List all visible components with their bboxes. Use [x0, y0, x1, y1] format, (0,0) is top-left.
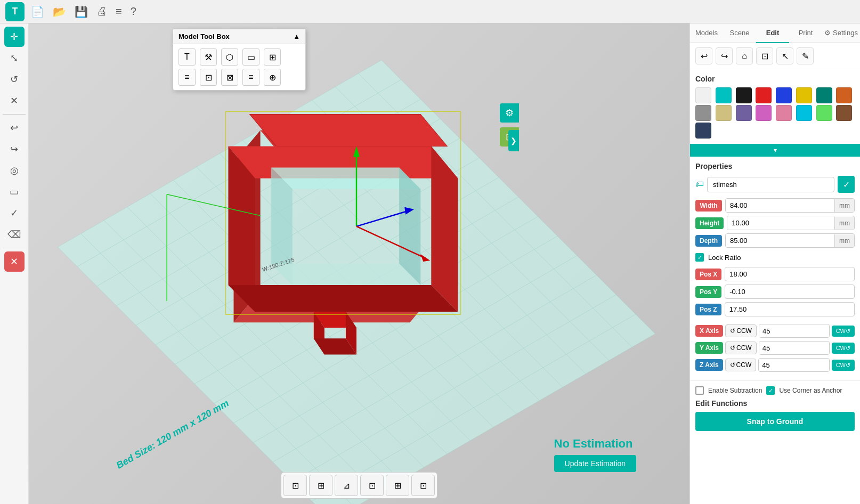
pos-x-row: Pos X 18.00 — [695, 267, 855, 281]
color-swatch-black[interactable] — [736, 87, 752, 103]
render-mode-button[interactable]: ⚙ — [500, 103, 519, 123]
stlmesh-input[interactable] — [707, 177, 834, 192]
z-rot-input[interactable]: 45 — [759, 359, 829, 371]
pos-z-input[interactable]: 17.50 — [725, 302, 855, 316]
enable-subtraction-checkbox[interactable] — [695, 386, 704, 395]
width-input[interactable]: 84.00 — [726, 199, 834, 212]
menu-icon[interactable]: ≡ — [113, 4, 124, 19]
x-ccw-icon: ↺ — [730, 327, 735, 335]
color-swatch-purple[interactable] — [736, 105, 752, 121]
open-file-icon[interactable]: 📂 — [51, 4, 68, 19]
x-cw-button[interactable]: CW↺ — [832, 326, 855, 337]
save-file-icon[interactable]: 💾 — [72, 4, 90, 19]
depth-input[interactable]: 85.00 — [726, 234, 834, 247]
color-swatch-gray[interactable] — [695, 105, 711, 121]
height-input[interactable]: 10.00 — [727, 216, 834, 230]
viewport-btn-5[interactable]: ⊞ — [386, 475, 409, 496]
panel-copy-button[interactable]: ⊡ — [756, 47, 773, 64]
stlmesh-row: 🏷 ✓ — [695, 176, 855, 193]
color-swatch-white[interactable] — [695, 87, 711, 103]
depth-label: Depth — [695, 235, 722, 247]
color-swatch-dark-blue[interactable] — [695, 123, 711, 139]
update-estimation-button[interactable]: Update Estimation — [554, 455, 636, 472]
tab-scene[interactable]: Scene — [723, 23, 756, 43]
pos-x-label: Pos X — [695, 269, 721, 280]
tag-icon: 🏷 — [695, 180, 704, 189]
z-ccw-button[interactable]: ↺ CCW — [725, 359, 757, 371]
color-swatch-light-pink[interactable] — [776, 105, 792, 121]
tab-edit[interactable]: Edit — [756, 23, 789, 43]
color-swatch-red[interactable] — [756, 87, 772, 103]
delete-button[interactable]: ✕ — [4, 251, 25, 272]
pos-y-input[interactable]: -0.10 — [725, 284, 855, 299]
y-cw-button[interactable]: CW↺ — [832, 343, 855, 354]
redo-button[interactable]: ↪ — [4, 139, 25, 159]
panel-edit-button[interactable]: ✎ — [797, 47, 814, 64]
checkmark-button[interactable]: ✓ — [4, 203, 25, 223]
z-axis-label: Z Axis — [695, 359, 723, 371]
panel-toolbar: ↩ ↪ ⌂ ⊡ ↖ ✎ — [690, 43, 860, 69]
height-row: Height 10.00 mm — [695, 216, 855, 230]
tab-settings[interactable]: ⚙ Settings — [822, 23, 860, 43]
box-button[interactable]: ▭ — [4, 182, 25, 202]
color-swatch-cyan[interactable] — [796, 105, 812, 121]
y-rot-input[interactable]: 45 — [759, 342, 830, 354]
panel-select-button[interactable]: ↖ — [776, 47, 793, 64]
viewport-btn-3[interactable]: ⊿ — [335, 475, 358, 496]
estimation-area: No Estimation Update Estimation — [554, 437, 636, 472]
z-cw-button[interactable]: CW↺ — [832, 360, 855, 371]
panel-redo-button[interactable]: ↪ — [716, 47, 733, 64]
viewport[interactable]: Model Tool Box ▲ T ⚒ ⬡ ▭ ⊞ ≡ ⊡ ⊠ ≡ ⊕ — [29, 23, 689, 504]
panel-tabs: Models Scene Edit Print ⚙ Settings — [690, 23, 860, 43]
width-unit: mm — [834, 199, 854, 212]
color-swatch-teal[interactable] — [716, 87, 732, 103]
tab-models[interactable]: Models — [690, 23, 723, 43]
left-toolbar: ✛ ⤡ ↺ ✕ ↩ ↪ ◎ ▭ ✓ ⌫ ✕ — [0, 23, 29, 504]
snap-to-ground-button[interactable]: Snap to Ground — [695, 412, 855, 431]
target-button[interactable]: ◎ — [4, 160, 25, 181]
y-ccw-button[interactable]: ↺ CCW — [725, 342, 757, 354]
color-swatch-dark-teal[interactable] — [816, 87, 832, 103]
color-grid — [690, 87, 860, 144]
width-label: Width — [695, 200, 722, 212]
color-swatch-blue[interactable] — [776, 87, 792, 103]
svg-marker-30 — [250, 114, 448, 146]
help-icon[interactable]: ? — [128, 4, 139, 19]
color-swatch-tan[interactable] — [716, 105, 732, 121]
new-file-icon[interactable]: 📄 — [29, 4, 46, 19]
use-corner-checkbox[interactable] — [766, 386, 775, 395]
y-axis-label: Y Axis — [695, 342, 723, 354]
depth-unit: mm — [834, 234, 854, 247]
svg-marker-38 — [228, 285, 458, 312]
x-ccw-button[interactable]: ↺ CCW — [725, 324, 757, 337]
print-icon[interactable]: 🖨 — [94, 4, 109, 19]
viewport-btn-2[interactable]: ⊞ — [309, 475, 332, 496]
tab-print[interactable]: Print — [789, 23, 822, 43]
viewport-btn-6[interactable]: ⊡ — [411, 475, 435, 496]
x-rot-input[interactable]: 45 — [759, 325, 830, 337]
height-input-group: 10.00 mm — [727, 216, 855, 230]
move-tool-button[interactable]: ✛ — [4, 27, 25, 47]
color-expand-button[interactable]: ▾ — [690, 144, 860, 157]
viewport-btn-4[interactable]: ⊡ — [360, 475, 384, 496]
pos-x-input[interactable]: 18.00 — [725, 267, 855, 281]
rotate-tool-button[interactable]: ↺ — [4, 69, 25, 90]
scale-tool-button[interactable]: ⤡ — [4, 48, 25, 68]
undo-button[interactable]: ↩ — [4, 118, 25, 138]
close-tool-button[interactable]: ✕ — [4, 91, 25, 111]
color-swatch-yellow[interactable] — [796, 87, 812, 103]
color-swatch-brown[interactable] — [836, 105, 852, 121]
top-bar: T 📄 📂 💾 🖨 ≡ ? — [0, 0, 860, 23]
color-swatch-orange[interactable] — [836, 87, 852, 103]
confirm-name-button[interactable]: ✓ — [838, 176, 855, 193]
lock-ratio-checkbox[interactable] — [695, 253, 704, 262]
eraser-button[interactable]: ⌫ — [4, 224, 25, 245]
panel-toggle-button[interactable]: ❯ — [508, 130, 519, 151]
color-swatch-pink[interactable] — [756, 105, 772, 121]
3d-scene: W:180,Z:175 — [29, 23, 689, 504]
panel-undo-button[interactable]: ↩ — [695, 47, 712, 64]
viewport-btn-1[interactable]: ⊡ — [283, 475, 307, 496]
color-swatch-light-green[interactable] — [816, 105, 832, 121]
depth-row: Depth 85.00 mm — [695, 233, 855, 248]
panel-home-button[interactable]: ⌂ — [736, 47, 753, 64]
